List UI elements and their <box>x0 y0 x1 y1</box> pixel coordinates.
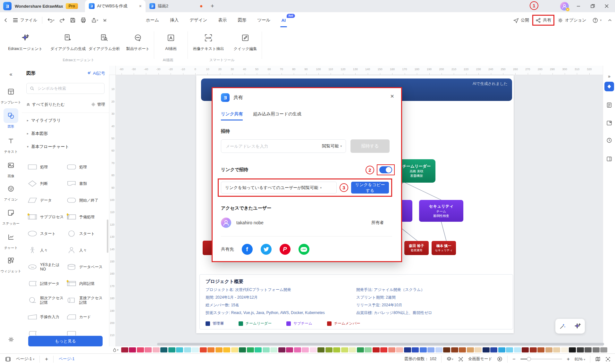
ai-symbols-link[interactable]: AI記号 <box>87 70 105 76</box>
color-swatch[interactable] <box>451 347 458 352</box>
sidebar-item-チャート[interactable]: チャート <box>0 230 22 250</box>
restore-button[interactable] <box>588 4 597 8</box>
pan-map-icon[interactable] <box>595 356 601 362</box>
color-swatch[interactable] <box>207 347 215 352</box>
color-swatch[interactable] <box>341 347 348 352</box>
shape-YESまたはNO[interactable]: YesYESまたはNO <box>27 259 65 275</box>
color-swatch[interactable] <box>561 347 568 352</box>
shape-書類[interactable]: 書類 <box>66 175 104 192</box>
color-swatch[interactable] <box>467 347 474 352</box>
color-swatch[interactable] <box>514 347 521 352</box>
project-summary-card[interactable]: プロジェクト概要 プロジェクト名: 次世代ECプラットフォーム開発期間: 202… <box>199 274 513 329</box>
close-button[interactable] <box>602 4 611 8</box>
share-button[interactable]: 共有 <box>535 17 551 23</box>
color-swatch[interactable] <box>553 347 560 352</box>
layers-panel-icon[interactable] <box>604 154 614 164</box>
color-swatch[interactable] <box>231 347 238 352</box>
fullscreen-icon[interactable] <box>605 357 611 362</box>
invite-button[interactable]: 招待する <box>350 139 390 153</box>
page-selector[interactable]: ページ-1 ▾ <box>16 356 34 362</box>
color-swatch[interactable] <box>263 347 270 352</box>
color-swatch[interactable] <box>585 347 592 352</box>
color-swatch[interactable] <box>121 347 128 352</box>
file-menu[interactable]: ファイル <box>13 17 37 23</box>
color-swatch[interactable] <box>600 347 607 352</box>
shape-カード[interactable]: カード <box>66 309 104 325</box>
color-swatch[interactable] <box>325 347 333 352</box>
dialog-close-icon[interactable]: × <box>390 93 394 100</box>
collapse-ribbon-icon[interactable] <box>608 18 612 22</box>
help-button[interactable]: ▾ <box>593 18 602 23</box>
shape-直接アクセス記憶[interactable]: 直接アクセス記憶 <box>66 292 104 309</box>
tab-link-share[interactable]: リンク共有 <box>221 111 243 120</box>
ai-assistant-wand-icon[interactable] <box>559 323 566 330</box>
canvas-horizontal-scrollbar[interactable] <box>157 343 604 345</box>
library-section-マイライブラリ[interactable]: ▸マイライブラリ <box>22 114 109 127</box>
menu-挿入[interactable]: 挿入 <box>170 17 179 23</box>
color-swatch[interactable] <box>373 347 380 352</box>
color-swatch[interactable] <box>278 347 285 352</box>
color-swatch[interactable] <box>483 347 490 352</box>
pinterest-icon[interactable]: P <box>280 244 291 255</box>
color-swatch[interactable] <box>200 347 207 352</box>
color-swatch[interactable] <box>270 347 277 352</box>
zoom-slider[interactable] <box>520 359 562 360</box>
shape-手操作入力[interactable]: 手操作入力 <box>27 309 65 325</box>
color-swatch[interactable] <box>459 347 466 352</box>
zoom-level[interactable]: 81% ▾ <box>575 357 585 361</box>
layers-icon[interactable]: ▾ <box>446 356 453 362</box>
panel-settings-gear-icon[interactable] <box>0 336 22 343</box>
menu-デザイン[interactable]: デザイン <box>190 17 207 23</box>
color-swatch[interactable] <box>302 347 309 352</box>
color-swatch[interactable] <box>365 347 372 352</box>
color-swatch[interactable] <box>192 347 199 352</box>
menu-表示[interactable]: 表示 <box>218 17 227 23</box>
minimize-button[interactable] <box>574 4 583 8</box>
menu-ホーム[interactable]: ホーム <box>146 17 159 23</box>
shape-人々[interactable]: 人々 <box>66 242 104 259</box>
ribbon-product-support[interactable]: 製品サポート <box>122 30 154 52</box>
shape-記憶データ[interactable]: 記憶データ <box>27 275 65 292</box>
email-field[interactable]: 閲覧可能▾ <box>221 139 346 153</box>
color-swatch[interactable] <box>530 347 537 352</box>
sidebar-item-画像[interactable]: 画像 <box>0 158 22 178</box>
color-swatch[interactable] <box>435 347 442 352</box>
sidebar-item-図形[interactable]: 図形 <box>0 108 22 129</box>
color-swatch[interactable] <box>427 347 434 352</box>
line-icon[interactable]: LINE <box>299 244 309 255</box>
outline-panel-icon[interactable] <box>604 100 614 110</box>
history-panel-icon[interactable] <box>604 136 614 145</box>
zoom-out-button[interactable]: − <box>512 356 515 362</box>
color-swatch[interactable] <box>545 347 552 352</box>
color-swatch[interactable] <box>349 347 356 352</box>
new-tab-button[interactable]: + <box>211 3 214 10</box>
color-swatch[interactable] <box>145 347 152 352</box>
shape-partial[interactable] <box>27 325 65 335</box>
color-swatch[interactable] <box>333 347 340 352</box>
color-swatch[interactable] <box>380 347 387 352</box>
color-swatch[interactable] <box>577 347 584 352</box>
shape-サブプロセス[interactable]: サブプロセス <box>27 209 65 225</box>
color-swatch[interactable] <box>412 347 419 352</box>
twitter-icon[interactable] <box>261 244 272 255</box>
shape-partial[interactable] <box>66 325 104 335</box>
color-swatch[interactable] <box>153 347 160 352</box>
document-tab[interactable]: Ǝ描画2 <box>146 0 206 12</box>
org-box[interactable]: セキュリティチーム脆弱性検査 <box>419 200 463 222</box>
color-swatch[interactable] <box>215 347 223 352</box>
color-swatch[interactable] <box>255 347 262 352</box>
link-invite-toggle[interactable] <box>379 166 392 173</box>
shape-開始／終了[interactable]: 開始／終了 <box>66 192 104 209</box>
shape-データベース[interactable]: データベース <box>66 259 104 275</box>
org-box[interactable]: 森田 裕子監視運用 <box>404 241 429 255</box>
shape-スタート[interactable]: スタート <box>66 225 104 242</box>
color-swatch[interactable] <box>569 347 576 352</box>
copy-link-button[interactable]: リンクをコピーする <box>351 182 389 194</box>
ribbon-sparkle-ai[interactable]: Edrawエージェント <box>1 30 49 52</box>
collapse-right-icon[interactable]: » <box>604 71 614 81</box>
library-section-基本図形[interactable]: ▸基本図形 <box>22 127 109 140</box>
shape-順次アクセス記憶[interactable]: 順次アクセス記憶 <box>27 292 65 309</box>
options-button[interactable]: オプション <box>558 17 586 23</box>
ribbon-ai-draw[interactable]: AI描画 <box>154 30 188 52</box>
color-swatch[interactable] <box>317 347 324 352</box>
